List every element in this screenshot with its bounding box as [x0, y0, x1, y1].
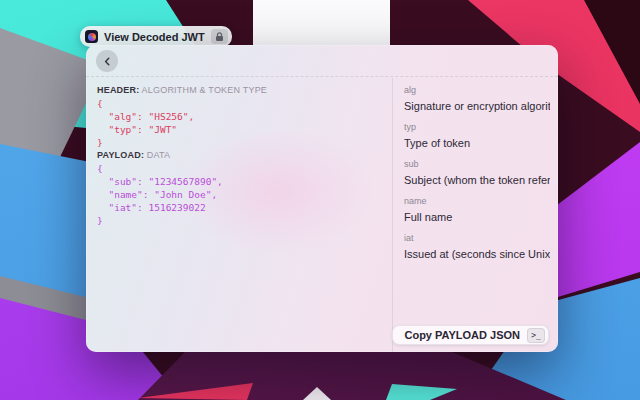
pane-divider — [392, 78, 393, 352]
pill-title: View Decoded JWT — [104, 31, 205, 43]
claim-key: iat — [404, 233, 550, 244]
code-line: { — [97, 162, 387, 175]
header-json: { "alg": "HS256", "typ": "JWT" } — [97, 97, 387, 149]
chevron-left-icon — [103, 54, 112, 69]
decoded-jwt-window: HEADER: ALGORITHM & TOKEN TYPE { "alg": … — [86, 45, 558, 352]
code-line: "typ": "JWT" — [97, 123, 387, 136]
payload-section-label: PAYLOAD: DATA — [97, 149, 387, 162]
code-pane: HEADER: ALGORITHM & TOKEN TYPE { "alg": … — [97, 84, 387, 227]
window-title-pill[interactable]: View Decoded JWT — [80, 26, 232, 47]
claim-item-sub: sub Subject (whom the token refers to) — [404, 159, 550, 187]
claim-key: sub — [404, 159, 550, 170]
claim-item-name: name Full name — [404, 196, 550, 224]
header-section-label: HEADER: ALGORITHM & TOKEN TYPE — [97, 84, 387, 97]
copy-payload-json-button[interactable]: Copy PAYLOAD JSON >_ — [392, 325, 549, 345]
payload-json: { "sub": "1234567890", "name": "John Doe… — [97, 162, 387, 227]
claim-description: Signature or encryption algorithm — [404, 99, 550, 113]
claim-key: typ — [404, 122, 550, 133]
claim-key: name — [404, 196, 550, 207]
window-header — [86, 45, 558, 77]
code-line: "alg": "HS256", — [97, 110, 387, 123]
code-line: } — [97, 136, 387, 149]
jwt-extension-icon — [85, 30, 98, 43]
claim-key: alg — [404, 85, 550, 96]
claim-description: Subject (whom the token refers to) — [404, 173, 550, 187]
claim-item-iat: iat Issued at (seconds since Unix epo… — [404, 233, 550, 261]
code-line: "sub": "1234567890", — [97, 175, 387, 188]
code-line: } — [97, 214, 387, 227]
code-line: "iat": 1516239022 — [97, 201, 387, 214]
code-line: "name": "John Doe", — [97, 188, 387, 201]
lock-icon — [211, 29, 228, 44]
copy-payload-json-label: Copy PAYLOAD JSON — [404, 329, 520, 341]
claim-description: Type of token — [404, 136, 550, 150]
claim-description: Issued at (seconds since Unix epo… — [404, 247, 550, 261]
code-line: { — [97, 97, 387, 110]
back-button[interactable] — [96, 50, 118, 72]
claim-item-typ: typ Type of token — [404, 122, 550, 150]
claim-item-alg: alg Signature or encryption algorithm — [404, 85, 550, 113]
claim-description: Full name — [404, 210, 550, 224]
desktop: View Decoded JWT HEADER: ALGORITHM & TOK… — [0, 0, 640, 400]
terminal-prompt-icon: >_ — [527, 328, 545, 343]
claims-pane: alg Signature or encryption algorithm ty… — [404, 85, 550, 270]
